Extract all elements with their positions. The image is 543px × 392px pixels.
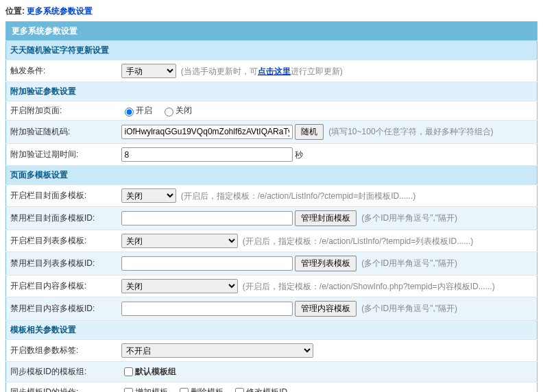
rand-code-label: 附加验证随机码: xyxy=(6,121,117,144)
manage-list-button[interactable]: 管理列表模板 xyxy=(295,256,357,271)
rand-code-hint: (填写10~100个任意字符，最好多种字符组合) xyxy=(328,127,493,136)
trigger-select[interactable]: 手动 xyxy=(121,64,176,78)
content-disable-input[interactable] xyxy=(121,302,293,316)
trigger-label: 触发条件: xyxy=(6,60,117,82)
sync-group-label: 同步模板ID的模板组: xyxy=(6,362,117,382)
expire-label: 附加验证过期时间: xyxy=(6,144,117,166)
list-multi-label: 开启栏目列表多模板: xyxy=(6,230,117,252)
open-page-radio-on[interactable]: 开启 xyxy=(121,106,152,115)
sync-group-default[interactable]: 默认模板组 xyxy=(121,367,176,376)
open-page-radio-off[interactable]: 关闭 xyxy=(161,106,192,115)
content-disable-hint: (多个ID用半角逗号","隔开) xyxy=(361,304,457,313)
section-extra-verify: 附加验证参数设置 xyxy=(6,82,538,101)
trigger-hint: (当选手动更新时，可点击这里进行立即更新) xyxy=(181,66,343,76)
array-tag-select[interactable]: 不开启 xyxy=(121,343,313,358)
list-disable-hint: (多个ID用半角逗号","隔开) xyxy=(361,258,457,268)
cover-disable-hint: (多个ID用半角逗号","隔开) xyxy=(361,213,457,223)
expire-input[interactable] xyxy=(121,147,293,162)
expire-unit: 秒 xyxy=(295,150,303,160)
cover-disable-label: 禁用栏目封面多模板ID: xyxy=(6,207,117,230)
list-disable-input[interactable] xyxy=(121,256,293,271)
cover-multi-hint: (开启后，指定模板：/e/action/ListInfo/?ctempid=封面… xyxy=(181,191,415,201)
array-tag-label: 开启数组参数标签: xyxy=(6,340,117,362)
cover-multi-select[interactable]: 关闭 xyxy=(121,188,176,203)
breadcrumb-label: 位置: xyxy=(5,6,25,16)
trigger-update-link[interactable]: 点击这里 xyxy=(258,66,291,76)
content-disable-label: 禁用栏目内容多模板ID: xyxy=(6,297,117,321)
list-multi-hint: (开启后，指定模板：/e/action/ListInfo/?tempid=列表模… xyxy=(243,236,473,246)
manage-cover-button[interactable]: 管理封面模板 xyxy=(295,210,357,226)
sync-op-modify[interactable]: 修改模板ID xyxy=(232,387,287,392)
breadcrumb: 位置: 更多系统参数设置 xyxy=(5,5,538,17)
section-random-char: 天天随机验证字符更新设置 xyxy=(6,41,538,60)
list-multi-select[interactable]: 关闭 xyxy=(121,234,238,248)
sync-op-label: 同步模板ID的操作: xyxy=(6,382,117,393)
sync-op-add[interactable]: 增加模板 xyxy=(121,387,168,392)
settings-panel: 更多系统参数设置 天天随机验证字符更新设置 触发条件: 手动 (当选手动更新时，… xyxy=(5,21,538,392)
panel-title: 更多系统参数设置 xyxy=(6,22,538,41)
breadcrumb-link[interactable]: 更多系统参数设置 xyxy=(27,6,93,16)
list-disable-label: 禁用栏目列表多模板ID: xyxy=(6,252,117,275)
manage-content-button[interactable]: 管理内容模板 xyxy=(295,301,357,317)
content-multi-select[interactable]: 关闭 xyxy=(121,279,238,293)
cover-multi-label: 开启栏目封面多模板: xyxy=(6,185,117,207)
sync-op-delete[interactable]: 删除模板 xyxy=(177,387,224,392)
section-template-params: 模板相关参数设置 xyxy=(6,321,538,340)
content-multi-label: 开启栏目内容多模板: xyxy=(6,275,117,297)
rand-code-button[interactable]: 随机 xyxy=(295,124,324,140)
section-multi-template: 页面多模板设置 xyxy=(6,166,538,185)
cover-disable-input[interactable] xyxy=(121,211,293,225)
rand-code-input[interactable] xyxy=(121,125,293,139)
content-multi-hint: (开启后，指定模板：/e/action/ShowInfo.php?tempid=… xyxy=(243,282,495,291)
open-page-label: 开启附加页面: xyxy=(6,101,117,121)
